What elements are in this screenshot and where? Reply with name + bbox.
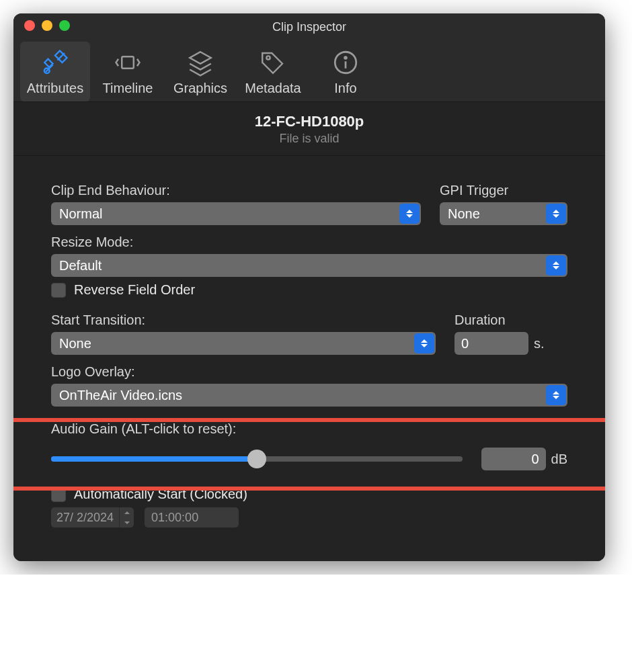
clip-header: 12-FC-HD1080p File is valid xyxy=(13,102,605,156)
reverse-field-order-label: Reverse Field Order xyxy=(74,282,195,298)
audio-gain-value: 0 xyxy=(531,452,539,467)
slider-thumb[interactable] xyxy=(247,450,266,468)
tab-label: Metadata xyxy=(245,81,301,96)
clip-name: 12-FC-HD1080p xyxy=(13,113,605,130)
gpi-trigger-select[interactable]: None xyxy=(440,202,567,225)
chevron-updown-icon xyxy=(399,204,420,224)
clip-status: File is valid xyxy=(13,132,605,146)
select-value: None xyxy=(448,206,480,222)
chevron-up-icon[interactable] xyxy=(120,507,134,517)
clip-end-behaviour-select[interactable]: Normal xyxy=(51,202,421,225)
tab-label: Timeline xyxy=(103,81,153,96)
tab-info[interactable]: Info xyxy=(311,42,381,101)
select-value: OnTheAir Video.icns xyxy=(59,388,182,403)
auto-start-checkbox[interactable] xyxy=(51,487,66,502)
chevron-down-icon[interactable] xyxy=(120,517,134,528)
gpi-trigger-label: GPI Trigger xyxy=(440,183,567,198)
auto-start-time-input[interactable]: 01:00:00 xyxy=(145,507,239,528)
auto-start-date-stepper[interactable]: 27/ 2/2024 xyxy=(51,507,134,528)
window-controls xyxy=(24,20,70,31)
resize-mode-select[interactable]: Default xyxy=(51,254,567,277)
logo-overlay-label: Logo Overlay: xyxy=(51,364,567,380)
svg-point-4 xyxy=(345,57,347,59)
chevron-updown-icon xyxy=(546,255,566,276)
chevron-updown-icon xyxy=(546,385,566,405)
audio-gain-unit: dB xyxy=(551,452,567,467)
tab-attributes[interactable]: Attributes xyxy=(20,42,90,101)
select-value: Normal xyxy=(59,206,102,222)
auto-start-label: Automatically Start (Clocked) xyxy=(74,487,247,502)
tools-icon xyxy=(41,48,69,77)
svg-point-2 xyxy=(266,56,270,59)
tab-graphics[interactable]: Graphics xyxy=(165,42,235,101)
duration-input[interactable]: 0 xyxy=(455,332,528,355)
select-value: None xyxy=(59,336,91,351)
attributes-form: Clip End Behaviour: Normal GPI Trigger N… xyxy=(13,156,605,561)
tab-metadata[interactable]: Metadata xyxy=(238,42,308,101)
duration-label: Duration xyxy=(455,312,567,328)
chevron-updown-icon xyxy=(546,204,566,224)
audio-gain-label: Audio Gain (ALT-click to reset): xyxy=(51,421,567,437)
reverse-field-order-checkbox[interactable] xyxy=(51,283,66,298)
resize-mode-label: Resize Mode: xyxy=(51,235,567,250)
tab-label: Attributes xyxy=(27,81,83,96)
clip-end-behaviour-label: Clip End Behaviour: xyxy=(51,183,421,198)
start-transition-select[interactable]: None xyxy=(51,332,436,355)
duration-unit: s. xyxy=(534,336,545,351)
chevron-updown-icon xyxy=(414,333,434,353)
titlebar: Clip Inspector xyxy=(13,13,605,40)
audio-gain-input[interactable]: 0 xyxy=(481,448,546,470)
auto-start-date: 27/ 2/2024 xyxy=(51,507,119,528)
stepper-arrows[interactable] xyxy=(119,507,134,528)
timeline-icon xyxy=(114,48,142,77)
svg-rect-1 xyxy=(122,56,134,69)
select-value: Default xyxy=(59,258,102,274)
tab-timeline[interactable]: Timeline xyxy=(93,42,163,101)
minimize-icon[interactable] xyxy=(42,20,52,31)
slider-fill xyxy=(51,456,257,462)
audio-gain-slider[interactable] xyxy=(51,456,463,462)
window-title: Clip Inspector xyxy=(272,20,346,34)
logo-overlay-select[interactable]: OnTheAir Video.icns xyxy=(51,384,567,407)
zoom-icon[interactable] xyxy=(59,20,70,31)
info-icon xyxy=(331,48,360,77)
duration-value: 0 xyxy=(461,336,469,351)
tab-label: Graphics xyxy=(173,81,227,96)
toolbar: Attributes Timeline Graphics Metadata xyxy=(13,40,605,102)
layers-icon xyxy=(186,48,214,77)
close-icon[interactable] xyxy=(24,20,35,31)
tab-label: Info xyxy=(334,81,356,96)
tag-icon xyxy=(259,48,287,77)
auto-start-time: 01:00:00 xyxy=(151,511,198,525)
clip-inspector-window: Clip Inspector Attributes Timeline xyxy=(13,13,605,561)
start-transition-label: Start Transition: xyxy=(51,312,436,328)
